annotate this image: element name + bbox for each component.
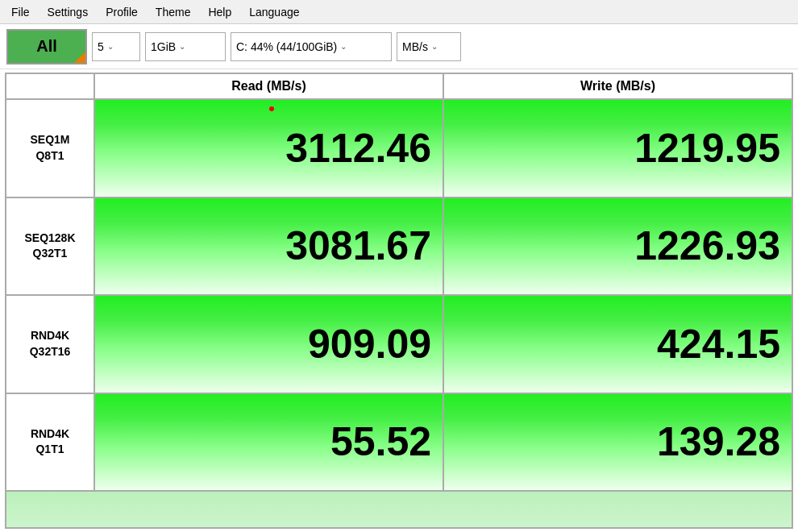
row-3-read-value: 909.09	[308, 322, 431, 367]
menu-language[interactable]: Language	[241, 2, 307, 22]
row-4-read-value: 55.52	[330, 419, 431, 464]
all-button[interactable]: All	[6, 29, 87, 64]
row-3-read: 909.09	[94, 295, 443, 393]
row-4-write-value: 139.28	[657, 419, 780, 464]
unit-chevron-icon: ⌄	[431, 42, 438, 51]
bench-table-wrapper: Read (MB/s) Write (MB/s) SEQ1MQ8T13112.4…	[0, 69, 798, 532]
row-1-label: SEQ1MQ8T1	[6, 99, 94, 197]
benchmark-table: Read (MB/s) Write (MB/s) SEQ1MQ8T13112.4…	[5, 73, 793, 529]
menu-theme[interactable]: Theme	[148, 2, 199, 22]
header-empty	[6, 73, 94, 99]
drive-chevron-icon: ⌄	[340, 42, 347, 51]
row-1-read-value: 3112.46	[285, 126, 431, 171]
menubar: File Settings Profile Theme Help Languag…	[0, 0, 798, 24]
unit-select[interactable]: MB/s ⌄	[397, 32, 461, 61]
drive-select[interactable]: C: 44% (44/100GiB) ⌄	[231, 32, 392, 61]
row-2-write-value: 1226.93	[634, 223, 780, 268]
row-2-label: SEQ128KQ32T1	[6, 197, 94, 296]
drive-value: C: 44% (44/100GiB)	[236, 40, 337, 53]
menu-profile[interactable]: Profile	[98, 2, 146, 22]
menu-file[interactable]: File	[3, 2, 38, 22]
main-content: Read (MB/s) Write (MB/s) SEQ1MQ8T13112.4…	[0, 69, 798, 532]
menu-settings[interactable]: Settings	[39, 2, 97, 22]
row-2-write: 1226.93	[443, 197, 792, 296]
row-2-read: 3081.67	[94, 197, 443, 296]
size-value: 1GiB	[151, 40, 176, 53]
row-1-read: 3112.46	[94, 99, 443, 197]
bottom-empty-row	[6, 491, 792, 528]
row-1-write-value: 1219.95	[634, 126, 780, 171]
row-4-label: RND4KQ1T1	[6, 393, 94, 492]
runs-value: 5	[98, 40, 104, 53]
row-2-read-value: 3081.67	[285, 223, 431, 268]
runs-chevron-icon: ⌄	[107, 42, 114, 51]
red-dot-icon	[269, 106, 274, 111]
row-3-write-value: 424.15	[657, 322, 780, 367]
header-read: Read (MB/s)	[94, 73, 443, 99]
header-write: Write (MB/s)	[443, 73, 792, 99]
menu-help[interactable]: Help	[200, 2, 239, 22]
row-3-label: RND4KQ32T16	[6, 295, 94, 393]
row-4-read: 55.52	[94, 393, 443, 492]
runs-select[interactable]: 5 ⌄	[92, 32, 140, 61]
size-select[interactable]: 1GiB ⌄	[145, 32, 226, 61]
row-4-write: 139.28	[443, 393, 792, 492]
row-1-write: 1219.95	[443, 99, 792, 197]
toolbar: All 5 ⌄ 1GiB ⌄ C: 44% (44/100GiB) ⌄ MB/s…	[0, 24, 798, 69]
size-chevron-icon: ⌄	[179, 42, 185, 51]
row-3-write: 424.15	[443, 295, 792, 393]
unit-value: MB/s	[402, 40, 428, 53]
